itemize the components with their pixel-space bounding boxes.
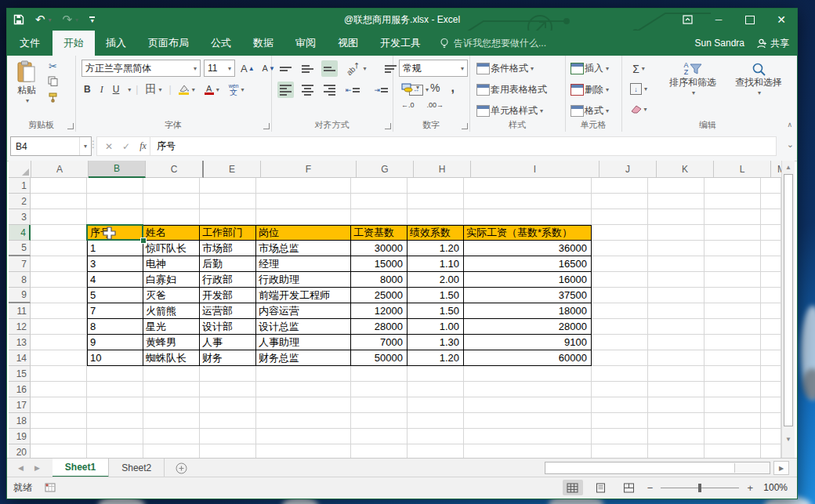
- cell-M5[interactable]: [761, 241, 781, 256]
- cell-M13[interactable]: [761, 335, 781, 350]
- cell-I20[interactable]: [464, 444, 592, 458]
- cell-B18[interactable]: [87, 413, 143, 429]
- italic-button[interactable]: I: [98, 82, 106, 98]
- cell-I18[interactable]: [464, 413, 592, 429]
- cell-C20[interactable]: [143, 444, 200, 458]
- row-header-19[interactable]: 19: [9, 429, 31, 444]
- cell-A2[interactable]: [31, 194, 87, 209]
- tab-review[interactable]: 审阅: [284, 31, 327, 56]
- row-header-5[interactable]: 5: [9, 241, 31, 256]
- bold-button[interactable]: B: [82, 82, 93, 98]
- cell-J16[interactable]: [592, 382, 648, 397]
- find-select-button[interactable]: 查找和选择 ▾: [728, 62, 789, 96]
- cell-G7[interactable]: 15000: [351, 256, 408, 272]
- row-header-17[interactable]: 17: [9, 397, 31, 413]
- row-header-18[interactable]: 18: [9, 413, 31, 429]
- cell-K9[interactable]: [648, 288, 705, 303]
- cell-K7[interactable]: [648, 256, 705, 272]
- delete-cells-button[interactable]: 删除▾: [568, 82, 611, 98]
- cell-M16[interactable]: [761, 382, 781, 397]
- cell-K8[interactable]: [648, 272, 705, 288]
- undo-button[interactable]: ↶▾: [35, 13, 52, 27]
- cell-E3[interactable]: [200, 209, 256, 225]
- tab-view[interactable]: 视图: [327, 31, 369, 56]
- number-dialog-launcher[interactable]: [462, 123, 468, 129]
- cell-L16[interactable]: [705, 382, 761, 397]
- cell-M3[interactable]: [761, 209, 781, 225]
- autosum-button[interactable]: Σ▾: [628, 60, 650, 77]
- cell-A14[interactable]: [31, 350, 87, 366]
- cell-I16[interactable]: [464, 382, 592, 397]
- cell-K2[interactable]: [648, 194, 705, 209]
- cell-C18[interactable]: [143, 413, 200, 429]
- cell-F12[interactable]: 设计总监: [256, 319, 351, 335]
- cell-B12[interactable]: 8: [87, 319, 143, 335]
- cell-G16[interactable]: [351, 382, 408, 397]
- cell-B16[interactable]: [87, 382, 143, 397]
- cell-G1[interactable]: [351, 178, 408, 194]
- zoom-level[interactable]: 100%: [761, 482, 788, 493]
- cell-L4[interactable]: [705, 225, 761, 241]
- vertical-scroll-thumb[interactable]: [784, 174, 793, 426]
- cell-B1[interactable]: [87, 178, 143, 194]
- cell-C4[interactable]: 姓名: [143, 225, 200, 241]
- cell-I8[interactable]: 16000: [464, 272, 592, 288]
- cut-button[interactable]: ✂: [49, 60, 57, 72]
- cell-L3[interactable]: [705, 209, 761, 225]
- cell-H11[interactable]: 1.50: [408, 303, 464, 319]
- cell-J3[interactable]: [592, 209, 648, 225]
- row-header-7[interactable]: 7: [9, 256, 31, 272]
- cell-M1[interactable]: [761, 178, 781, 194]
- cell-C2[interactable]: [143, 194, 200, 209]
- scroll-up-button[interactable]: ▲: [782, 161, 795, 173]
- macro-record-button[interactable]: [45, 483, 56, 492]
- comma-style-button[interactable]: ,: [448, 79, 456, 96]
- horizontal-scroll-track[interactable]: [545, 462, 770, 474]
- cell-E11[interactable]: 运营部: [200, 303, 256, 319]
- cell-M8[interactable]: [761, 272, 781, 288]
- cell-L12[interactable]: [705, 319, 761, 335]
- cell-G14[interactable]: 50000: [351, 350, 408, 366]
- cell-E12[interactable]: 设计部: [200, 319, 256, 335]
- increase-decimal-button[interactable]: ←.0: [399, 96, 417, 113]
- cell-E19[interactable]: [200, 429, 256, 444]
- cell-J8[interactable]: [592, 272, 648, 288]
- column-header-L[interactable]: L: [714, 161, 771, 178]
- cell-G19[interactable]: [351, 429, 408, 444]
- cell-L15[interactable]: [705, 366, 761, 382]
- horizontal-scrollbar[interactable]: ▶: [545, 459, 797, 477]
- underline-button[interactable]: U: [110, 82, 122, 98]
- ribbon-display-options-button[interactable]: [672, 9, 703, 31]
- cell-I5[interactable]: 36000: [464, 241, 592, 256]
- top-align-button[interactable]: [277, 60, 294, 77]
- cell-M18[interactable]: [761, 413, 781, 429]
- cell-H8[interactable]: 2.00: [408, 272, 464, 288]
- cell-H5[interactable]: 1.20: [408, 241, 464, 256]
- cell-C14[interactable]: 蜘蛛队长: [143, 350, 200, 366]
- row-header-4[interactable]: 4: [9, 225, 31, 241]
- cell-K14[interactable]: [648, 350, 705, 366]
- cell-J17[interactable]: [592, 397, 648, 413]
- cell-C8[interactable]: 白寡妇: [143, 272, 200, 288]
- decrease-decimal-button[interactable]: .00→: [425, 96, 447, 113]
- cell-E20[interactable]: [200, 444, 256, 458]
- cell-B15[interactable]: [87, 366, 143, 382]
- cell-B17[interactable]: [87, 397, 143, 413]
- cell-E7[interactable]: 后勤: [200, 256, 256, 272]
- cell-B5[interactable]: 1: [87, 241, 143, 256]
- align-left-button[interactable]: [277, 82, 294, 98]
- cell-B19[interactable]: [87, 429, 143, 444]
- cell-E8[interactable]: 行政部: [200, 272, 256, 288]
- cell-J2[interactable]: [592, 194, 648, 209]
- cell-C12[interactable]: 星光: [143, 319, 200, 335]
- cell-M7[interactable]: [761, 256, 781, 272]
- save-button[interactable]: [13, 14, 24, 25]
- tab-page-layout[interactable]: 页面布局: [137, 31, 200, 56]
- cell-C7[interactable]: 电神: [143, 256, 200, 272]
- row-header-3[interactable]: 3: [9, 209, 31, 225]
- cell-M2[interactable]: [761, 194, 781, 209]
- cell-L5[interactable]: [705, 241, 761, 256]
- font-name-combobox[interactable]: 方正兰亭黑简体 ▾: [82, 60, 201, 77]
- cell-B13[interactable]: 9: [87, 335, 143, 350]
- tell-me-search[interactable]: 告诉我您想要做什么...: [432, 31, 554, 56]
